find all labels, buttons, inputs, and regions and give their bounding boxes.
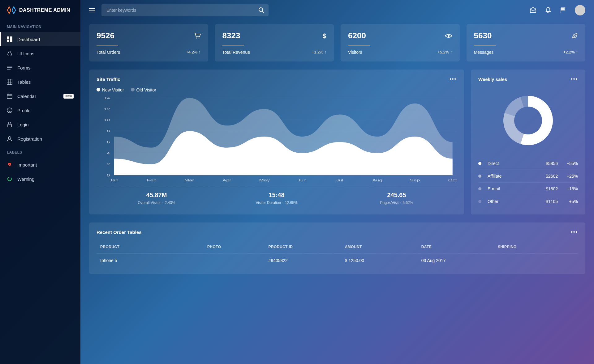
panel-title: Weekly sales <box>478 77 507 82</box>
sidebar-label-important[interactable]: Important <box>0 158 80 172</box>
weekly-sales-row: E-mail $1802 +15% <box>478 182 578 195</box>
legend-dot-icon <box>97 88 100 91</box>
menu-toggle-icon[interactable] <box>89 8 95 13</box>
new-badge: New <box>63 94 74 99</box>
series-pct: +15% <box>561 186 578 191</box>
sidebar: DASHTREME ADMIN MAIN NAVIGATION Dashboar… <box>0 0 80 364</box>
svg-point-28 <box>196 37 197 38</box>
svg-point-20 <box>8 137 11 139</box>
svg-point-29 <box>198 37 199 38</box>
svg-point-17 <box>8 110 9 110</box>
svg-text:Jun: Jun <box>298 178 307 182</box>
svg-text:12: 12 <box>104 107 110 111</box>
stat-change: +4.2% ↑ <box>186 50 200 55</box>
series-dot-icon <box>478 187 481 190</box>
leaf-icon <box>572 33 578 39</box>
svg-rect-21 <box>9 165 11 166</box>
sidebar-item-profile[interactable]: Profile <box>0 103 80 117</box>
svg-text:Oct: Oct <box>448 178 457 182</box>
svg-text:10: 10 <box>104 118 110 122</box>
stat-divider <box>97 45 118 45</box>
sidebar-label-warning[interactable]: Warning <box>0 172 80 186</box>
sidebar-item-registration[interactable]: Registration <box>0 132 80 146</box>
mail-icon[interactable] <box>530 7 536 13</box>
more-icon[interactable]: ••• <box>571 229 578 235</box>
series-label: Direct <box>488 161 533 166</box>
more-icon[interactable]: ••• <box>450 76 457 82</box>
sidebar-item-tables[interactable]: Tables <box>0 75 80 89</box>
search-input[interactable] <box>101 4 269 16</box>
nav-header-main: MAIN NAVIGATION <box>0 20 80 32</box>
drop-icon <box>7 51 12 56</box>
svg-rect-3 <box>7 40 9 42</box>
sidebar-item-label: Login <box>17 122 29 127</box>
search-icon[interactable] <box>259 7 264 13</box>
sidebar-item-ui-icons[interactable]: UI Icons <box>0 46 80 61</box>
recent-orders-panel: Recent Order Tables ••• PRODUCT PHOTO PR… <box>89 222 585 274</box>
col-header: PHOTO <box>207 245 269 249</box>
svg-point-31 <box>448 35 450 37</box>
table-row[interactable]: Iphone 5 #9405822 $ 1250.00 03 Aug 2017 <box>97 253 578 267</box>
sidebar-item-label: Registration <box>17 136 42 142</box>
svg-rect-7 <box>7 79 12 85</box>
stat-value: 6200 <box>348 31 366 40</box>
avatar[interactable] <box>575 5 585 15</box>
svg-text:4: 4 <box>107 151 110 155</box>
brand-logo-icon <box>7 6 16 15</box>
cell-product: Iphone 5 <box>100 258 207 263</box>
bell-icon[interactable] <box>545 7 551 14</box>
stat-value: 9526 <box>97 31 114 40</box>
svg-text:6: 6 <box>107 140 110 144</box>
cell-product-id: #9405822 <box>269 258 345 263</box>
panel-title: Recent Order Tables <box>97 230 142 235</box>
dashboard-icon <box>7 36 12 42</box>
stat-card-orders: 9526 Total Orders +4.2% ↑ <box>89 24 208 61</box>
stat-divider <box>222 45 244 45</box>
series-amount: $1802 <box>536 186 558 191</box>
main: 9526 Total Orders +4.2% ↑ 8323 $ <box>80 0 594 364</box>
series-pct: +25% <box>561 174 578 179</box>
svg-text:Apr: Apr <box>222 178 231 182</box>
flag-icon[interactable] <box>560 7 566 13</box>
series-label: Other <box>488 199 533 204</box>
legend-dot-icon <box>131 88 135 91</box>
stat-value: 8323 <box>222 31 240 40</box>
stat-label: Total Revenue <box>222 50 250 55</box>
warning-icon <box>7 176 12 182</box>
sidebar-item-forms[interactable]: Forms <box>0 61 80 75</box>
sidebar-item-dashboard[interactable]: Dashboard <box>0 32 80 46</box>
stat-label: Visitors <box>348 50 362 55</box>
col-header: SHIPPING <box>498 245 574 249</box>
topbar-right <box>530 5 585 15</box>
sidebar-item-calendar[interactable]: Calendar New <box>0 89 80 103</box>
series-amount: $5856 <box>536 161 558 166</box>
traffic-chart: 02468101214JanFebMarAprMayJunJulAugSepOc… <box>97 96 457 183</box>
series-label: Affiliate <box>488 174 533 179</box>
stat-divider <box>348 45 370 45</box>
sidebar-label-text: Important <box>17 162 37 167</box>
chart-legend: New Visitor Old Visitor <box>97 87 457 92</box>
series-amount: $1105 <box>536 199 558 204</box>
svg-text:2: 2 <box>107 162 110 166</box>
user-icon <box>7 136 12 142</box>
sidebar-item-label: Dashboard <box>17 37 40 42</box>
svg-text:8: 8 <box>107 129 110 133</box>
sidebar-item-login[interactable]: Login <box>0 117 80 132</box>
stat-row: 9526 Total Orders +4.2% ↑ 8323 $ <box>89 24 585 61</box>
content: 9526 Total Orders +4.2% ↑ 8323 $ <box>80 20 594 283</box>
sidebar-item-label: Profile <box>17 108 31 113</box>
svg-point-22 <box>8 177 11 181</box>
footer-value: 245.65 <box>337 192 457 199</box>
svg-text:Mar: Mar <box>184 178 194 182</box>
lock-icon <box>7 122 12 127</box>
legend-label: Old Visitor <box>136 87 156 92</box>
sidebar-item-label: Forms <box>17 65 31 70</box>
svg-text:Jan: Jan <box>110 178 118 182</box>
weekly-sales-row: Affiliate $2602 +25% <box>478 170 578 182</box>
more-icon[interactable]: ••• <box>571 76 578 82</box>
brand-text: DASHTREME ADMIN <box>19 7 70 13</box>
brand[interactable]: DASHTREME ADMIN <box>0 0 80 20</box>
stat-card-visitors: 6200 Visitors +5.2% ↑ <box>341 24 460 61</box>
cart-icon <box>194 33 201 39</box>
sidebar-label-text: Warning <box>17 176 34 182</box>
